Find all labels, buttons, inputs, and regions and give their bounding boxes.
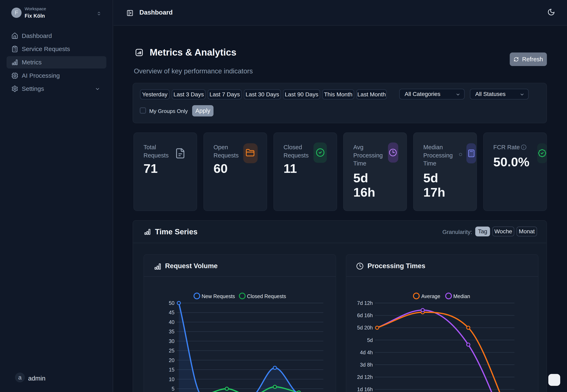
svg-text:4d 4h: 4d 4h: [360, 350, 373, 355]
svg-text:1d 16h: 1d 16h: [357, 386, 373, 392]
svg-text:30: 30: [169, 338, 175, 344]
svg-text:Median: Median: [453, 293, 470, 299]
svg-text:45: 45: [169, 309, 175, 315]
svg-text:50: 50: [169, 300, 175, 306]
svg-text:10: 10: [169, 377, 175, 382]
svg-text:15: 15: [169, 367, 175, 373]
svg-text:25: 25: [169, 348, 175, 353]
svg-text:40: 40: [169, 319, 175, 325]
svg-text:6d 16h: 6d 16h: [357, 312, 373, 318]
svg-text:20: 20: [169, 357, 175, 363]
svg-text:2d 12h: 2d 12h: [357, 374, 373, 380]
svg-text:35: 35: [169, 329, 175, 334]
svg-text:Average: Average: [421, 293, 440, 299]
svg-text:Closed Requests: Closed Requests: [247, 293, 286, 299]
svg-text:5: 5: [172, 386, 175, 392]
svg-text:3d 8h: 3d 8h: [360, 362, 373, 368]
svg-text:5d 20h: 5d 20h: [357, 325, 373, 331]
svg-text:7d 12h: 7d 12h: [357, 300, 373, 306]
svg-text:New Requests: New Requests: [202, 293, 235, 299]
svg-text:5d: 5d: [367, 337, 373, 343]
